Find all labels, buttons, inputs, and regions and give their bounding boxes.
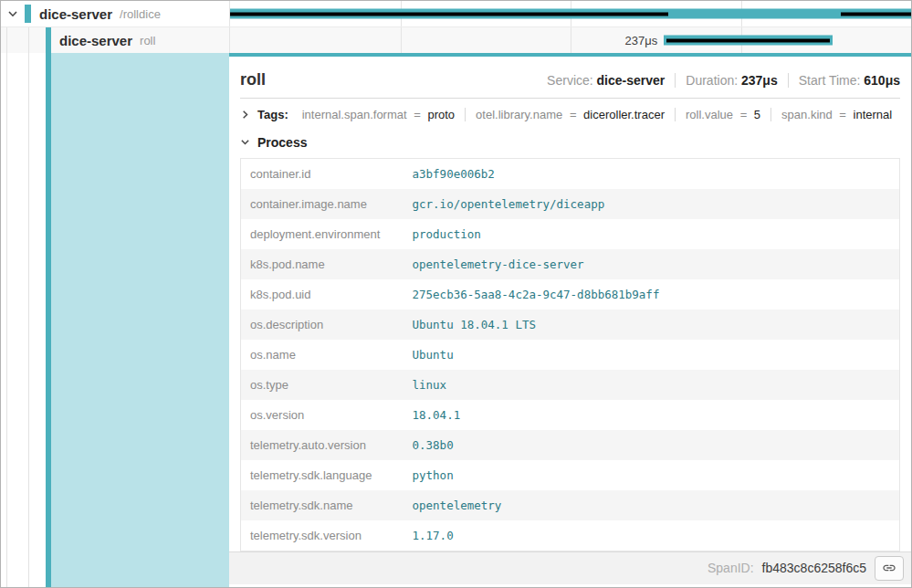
process-key: os.name [241,340,404,370]
process-key: telemetry.sdk.version [241,520,404,551]
span-title: roll [240,70,266,89]
process-key: container.image.name [241,189,404,219]
span-row-roll[interactable]: dice-server roll 237μs [1,27,911,53]
meta-label: Service: [547,73,593,88]
process-row: os.type linux [241,370,900,400]
tag-item: roll.value = 5 [675,108,770,121]
tag-key: otel.library.name [476,108,562,121]
process-value: Ubuntu 18.04.1 LTS [404,310,900,340]
service-name: dice-server [59,33,132,48]
tag-item: otel.library.name = diceroller.tracer [465,108,675,121]
tag-equals: = [414,108,421,121]
tag-item: internal.span.format = proto [292,108,465,121]
tag-value: internal [854,108,893,121]
process-value: 18.04.1 [404,400,900,430]
process-value: 275ecb36-5aa8-4c2a-9c47-d8bb681b9aff [404,279,900,310]
chevron-down-icon[interactable] [1,8,25,19]
meta-label: Start Time: [799,73,861,88]
tags-list: internal.span.format = proto otel.librar… [292,108,903,121]
tag-key: internal.span.format [302,108,407,121]
tag-equals: = [740,108,748,121]
process-row: k8s.pod.name opentelemetry-dice-server [241,249,900,279]
process-key: os.type [241,370,404,400]
span-meta: Service: dice-server Duration: 237μs Sta… [537,73,900,88]
process-key: k8s.pod.name [241,249,404,279]
service-color-bar [25,5,31,23]
process-section-toggle[interactable]: Process [229,127,911,156]
timeline-cell[interactable] [229,1,911,26]
process-key: os.version [241,400,404,430]
span-name-cell[interactable]: dice-server /rolldice [1,1,229,26]
process-row: k8s.pod.uid 275ecb36-5aa8-4c2a-9c47-d8bb… [241,279,900,310]
process-key: k8s.pod.uid [241,279,404,310]
tree-guide-line [6,27,7,53]
process-key: os.description [241,310,404,340]
span-tree-gutter [1,53,229,587]
process-section-label[interactable]: Process [257,135,307,150]
process-row: telemetry.auto.version 0.38b0 [241,430,900,460]
tags-section[interactable]: Tags: internal.span.format = proto otel.… [229,99,911,127]
meta-value: 610μs [864,73,900,88]
spanid-value: fb483c8c6258f6c5 [762,561,866,575]
service-color-bar [46,27,51,53]
process-value: linux [404,370,900,400]
span-name-cell[interactable]: dice-server roll [1,27,229,53]
tag-key: roll.value [686,108,733,121]
selected-span-highlight [51,53,229,587]
link-icon [882,561,896,575]
self-time-segment [841,12,911,16]
timeline-gridline [571,27,571,53]
span-bar-roll[interactable]: 237μs [664,36,833,46]
tags-section-label[interactable]: Tags: [257,108,288,121]
process-value: gcr.io/opentelemetry/diceapp [404,189,900,219]
operation-name: /rolldice [120,7,161,21]
chevron-right-icon[interactable] [240,110,250,120]
process-row: telemetry.sdk.name opentelemetry [241,490,900,520]
span-detail-footer: SpanID: fb483c8c6258f6c5 [229,551,911,584]
tree-guide-line [6,53,7,587]
process-value: opentelemetry-dice-server [404,249,900,279]
tag-equals: = [839,108,846,121]
process-value: opentelemetry [404,490,900,520]
meta-label: Duration: [686,73,738,88]
timeline-cell[interactable]: 237μs [229,27,911,53]
process-row: deployment.environment production [241,219,900,249]
process-row: container.image.name gcr.io/opentelemetr… [241,189,900,219]
process-key: telemetry.auto.version [241,430,404,460]
tag-value: proto [427,108,455,121]
timeline-gridline [401,27,402,53]
process-value: Ubuntu [404,340,900,370]
meta-item: Service: dice-server [537,73,675,88]
process-row: telemetry.sdk.version 1.17.0 [241,520,900,551]
chevron-down-icon[interactable] [240,137,250,147]
span-duration-label: 237μs [625,34,658,47]
process-row: os.name Ubuntu [241,340,900,370]
process-value: 0.38b0 [404,430,900,460]
service-name: dice-server [39,6,112,22]
operation-name: roll [140,34,155,47]
process-key: container.id [241,158,404,189]
meta-value: dice-server [597,73,666,88]
span-row-rolldice[interactable]: dice-server /rolldice [1,1,911,27]
process-value: python [404,460,900,490]
deep-link-button[interactable] [875,556,904,581]
process-table: container.id a3bf90e006b2 container.imag… [240,158,900,551]
process-key: telemetry.sdk.language [241,460,404,490]
process-value: a3bf90e006b2 [404,158,900,189]
tag-key: span.kind [781,108,833,121]
tree-guide-line [28,27,29,53]
process-key: telemetry.sdk.name [241,490,404,520]
spanid-label: SpanID: [708,561,754,575]
span-detail-panel: roll Service: dice-server Duration: 237μ… [229,53,911,587]
span-bar-rolldice[interactable] [230,9,911,19]
tag-value: diceroller.tracer [583,108,665,121]
tag-value: 5 [754,108,760,121]
process-value: 1.17.0 [404,520,900,551]
process-row: container.id a3bf90e006b2 [241,158,900,189]
self-time-segment [666,38,830,42]
meta-item: Start Time: 610μs [788,73,900,88]
process-key: deployment.environment [241,219,404,249]
self-time-segment [230,12,668,16]
jaeger-trace-view: dice-server /rolldice dice-server roll [0,0,912,588]
process-row: os.version 18.04.1 [241,400,900,430]
